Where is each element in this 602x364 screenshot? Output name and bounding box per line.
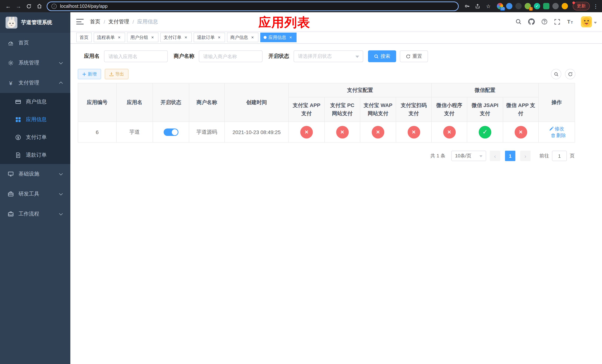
sidebar-item-label: 退款订单: [26, 152, 47, 159]
app-title: 芋道管理系统: [21, 19, 52, 26]
fullscreen-icon[interactable]: [553, 18, 561, 25]
user-menu[interactable]: [581, 16, 597, 27]
close-icon[interactable]: [250, 35, 255, 40]
tab-label: 退款订单: [197, 34, 215, 41]
sidebar-item-label: 支付管理: [19, 80, 39, 86]
extension-badge: 1: [529, 7, 533, 11]
search-icon[interactable]: [515, 18, 522, 25]
tab-home[interactable]: 首页: [76, 32, 92, 42]
extension-icon-1[interactable]: 10: [497, 3, 503, 9]
extension-icon-8[interactable]: [562, 3, 568, 9]
sidebar: 芋道管理系统 首页 系统管理 ¥ 支付管理: [0, 12, 70, 364]
sidebar-item-refund-orders[interactable]: 退款订单: [0, 146, 70, 164]
status-switch[interactable]: [163, 128, 178, 136]
tab-merchant-info[interactable]: 商户信息: [227, 32, 258, 42]
font-size-icon[interactable]: TT: [567, 18, 574, 25]
extension-icon-3[interactable]: [515, 3, 522, 9]
help-icon[interactable]: [540, 18, 548, 25]
browser-back-button[interactable]: ←: [4, 2, 13, 11]
status-select[interactable]: 请选择开启状态: [294, 50, 363, 62]
col-group-wechat: 微信配置: [431, 83, 538, 97]
alipay-wap-status-icon: ×: [372, 126, 384, 138]
yen-icon: ¥: [7, 80, 14, 86]
order-icon: [15, 134, 22, 140]
github-icon[interactable]: [527, 18, 535, 25]
sidebar-item-label: 基础设施: [19, 171, 39, 177]
sidebar-item-pay-orders[interactable]: 支付订单: [0, 128, 70, 146]
address-bar[interactable]: i localhost:1024/pay/app: [47, 1, 459, 11]
breadcrumb-home[interactable]: 首页: [90, 18, 100, 25]
sidebar-toggle-icon[interactable]: [76, 19, 84, 24]
table-toolbar: 新增 导出: [78, 69, 575, 79]
bookmark-star-icon[interactable]: ☆: [485, 2, 492, 10]
extension-icon-7[interactable]: [552, 3, 559, 9]
sidebar-item-workflow[interactable]: 工作流程: [0, 204, 70, 224]
tab-refund-orders[interactable]: 退款订单: [194, 32, 225, 42]
sidebar-item-infrastructure[interactable]: 基础设施: [0, 164, 70, 184]
svg-text:T: T: [571, 21, 573, 24]
browser-actions: ☆ 10 1 ✓ 更新 ⋮: [463, 2, 598, 10]
close-icon[interactable]: [288, 35, 293, 40]
next-page-button[interactable]: [520, 151, 531, 161]
delete-link[interactable]: 删除: [551, 132, 566, 139]
tab-pay-orders[interactable]: 支付订单: [160, 32, 192, 42]
reset-button[interactable]: 重置: [400, 50, 428, 62]
tab-process-form[interactable]: 流程表单: [94, 32, 125, 42]
sidebar-item-merchant-info[interactable]: 商户信息: [0, 93, 70, 111]
wechat-jsapi-status-icon: ✓: [479, 126, 491, 138]
tab-label: 首页: [80, 34, 88, 41]
cell-merchant: 芋道源码: [189, 122, 225, 142]
page-size-select[interactable]: 10条/页: [451, 151, 486, 161]
refresh-table-button[interactable]: [565, 69, 575, 79]
app-logo-row: 芋道管理系统: [0, 12, 70, 33]
col-group-alipay: 支付宝配置: [289, 83, 431, 97]
close-icon[interactable]: [183, 35, 188, 40]
search-button-label: 搜索: [381, 53, 390, 60]
sidebar-item-home[interactable]: 首页: [0, 33, 70, 53]
merchant-name-input[interactable]: [199, 50, 262, 62]
share-icon[interactable]: [474, 2, 481, 10]
close-icon[interactable]: [117, 35, 122, 40]
sidebar-item-payment[interactable]: ¥ 支付管理: [0, 73, 70, 93]
dashboard-icon: [7, 40, 14, 46]
tab-label: 用户分组: [130, 34, 148, 41]
browser-update-button[interactable]: 更新: [573, 2, 590, 10]
extension-icon-5[interactable]: ✓: [534, 3, 540, 9]
col-header-wechat-mini: 微信小程序支付: [431, 97, 467, 122]
col-header-actions: 操作: [538, 83, 575, 122]
tab-user-group[interactable]: 用户分组: [127, 32, 159, 42]
plus-icon: [82, 72, 86, 76]
page-number-button[interactable]: 1: [505, 151, 515, 161]
prev-page-button[interactable]: [490, 151, 500, 161]
user-avatar[interactable]: [581, 16, 592, 27]
goto-page-input[interactable]: [552, 151, 567, 161]
close-icon[interactable]: [216, 35, 222, 40]
search-button[interactable]: 搜索: [368, 50, 396, 62]
browser-forward-button[interactable]: →: [14, 2, 23, 11]
extension-icon-2[interactable]: [506, 3, 512, 9]
add-button[interactable]: 新增: [78, 69, 101, 79]
export-button[interactable]: 导出: [105, 69, 129, 79]
site-info-icon[interactable]: i: [52, 3, 57, 9]
col-header-app-id: 应用编号: [78, 83, 117, 122]
sidebar-item-app-info[interactable]: 应用信息: [0, 111, 70, 128]
breadcrumb-payment[interactable]: 支付管理: [108, 18, 129, 25]
sidebar-item-system[interactable]: 系统管理: [0, 53, 70, 73]
extension-icon-4[interactable]: 1: [525, 3, 531, 9]
browser-home-button[interactable]: [35, 2, 44, 11]
chevron-down-icon: [59, 212, 63, 215]
password-key-icon[interactable]: [463, 2, 471, 10]
app-name-input[interactable]: [104, 50, 168, 62]
browser-refresh-button[interactable]: [24, 2, 33, 11]
cell-app-name: 芋道: [117, 122, 153, 142]
browser-menu-icon[interactable]: ⋮: [593, 3, 598, 9]
tab-app-info[interactable]: 应用信息: [260, 32, 297, 42]
sidebar-item-label: 工作流程: [19, 211, 39, 217]
sidebar-item-dev-tools[interactable]: 研发工具: [0, 184, 70, 204]
col-header-alipay-wap: 支付宝 WAP 网站支付: [360, 97, 396, 122]
show-search-button[interactable]: [551, 69, 561, 79]
edit-link[interactable]: 修改: [549, 125, 564, 132]
extension-icon-6[interactable]: [543, 3, 549, 9]
home-icon: [36, 3, 42, 9]
close-icon[interactable]: [150, 35, 155, 40]
